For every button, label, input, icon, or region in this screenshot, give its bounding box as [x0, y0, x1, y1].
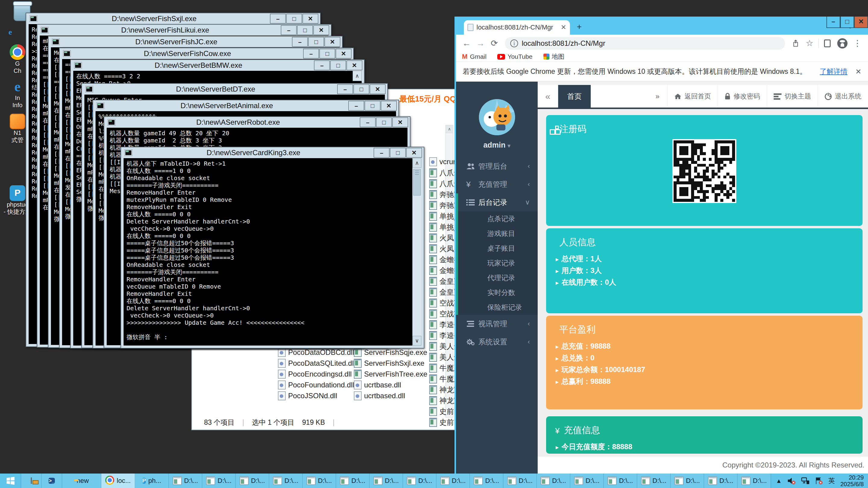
console-maximize-button[interactable]: □ — [353, 84, 369, 94]
console-maximize-button[interactable]: □ — [376, 118, 392, 127]
file-item[interactable]: PocoDataODBCd.dll — [278, 348, 354, 357]
taskbar-console-button-4[interactable]: D:\... — [303, 474, 336, 488]
split-view-icon[interactable] — [820, 36, 834, 50]
console-maximize-button[interactable]: □ — [286, 14, 302, 24]
console-close-button[interactable]: ✕ — [324, 37, 340, 47]
navbar-action-lock[interactable]: 修改密码 — [718, 85, 767, 107]
console-close-button[interactable]: ✕ — [303, 14, 318, 24]
sidebar-item-3[interactable]: 视讯管理 ‹ — [456, 315, 538, 333]
taskbar-chrome-button[interactable]: loc... — [101, 474, 135, 488]
file-item[interactable]: PocoJSONd.dll — [278, 391, 337, 400]
file-item[interactable]: ServerFishSxjl.exe — [354, 359, 424, 368]
taskbar-console-button-3[interactable]: D:\... — [269, 474, 303, 488]
taskbar-console-button-13[interactable]: D:\... — [604, 474, 637, 488]
ime-language-indicator[interactable]: 英 — [828, 476, 835, 485]
bookmark-star-icon[interactable]: ☆ — [803, 36, 816, 50]
minimize-button[interactable]: – — [827, 17, 840, 28]
console-maximize-button[interactable]: □ — [330, 61, 346, 70]
volume-muted-icon[interactable] — [787, 477, 796, 485]
tab-close-icon[interactable]: ✕ — [561, 24, 566, 31]
site-info-icon[interactable]: i — [510, 39, 518, 47]
start-button[interactable] — [0, 474, 21, 488]
submenu-item[interactable]: 桌子账目 — [456, 241, 538, 256]
taskbar-console-button-17[interactable]: D:\... — [738, 474, 771, 488]
console-title-bar[interactable]: D:\new\ServerCardKing3.exe–□✕ — [121, 147, 424, 158]
console-title-bar[interactable]: D:\new\ServerBetAnimal.exe–□✕ — [93, 100, 398, 111]
more-tabs-chevron[interactable]: » — [648, 85, 667, 107]
sidebar-item-2[interactable]: 后台记录 ∨ — [456, 193, 538, 212]
navbar-action-logout[interactable]: 退出系统 — [818, 85, 868, 107]
console-maximize-button[interactable]: □ — [390, 148, 406, 158]
taskbar-console-button-12[interactable]: D:\... — [570, 474, 604, 488]
console-title-bar[interactable]: D:\new\ServerFishSxjl.exe–□✕ — [26, 13, 320, 24]
console-close-button[interactable]: ✕ — [381, 101, 397, 110]
submenu-item[interactable]: 游戏账目 — [456, 226, 538, 241]
console-close-button[interactable]: ✕ — [370, 84, 385, 94]
console-close-button[interactable]: ✕ — [393, 118, 408, 127]
scroll-thumb[interactable] — [413, 169, 421, 195]
network-icon[interactable] — [801, 477, 809, 485]
file-item[interactable]: PocoFoundationd.dll — [278, 381, 354, 390]
bookmark-maps[interactable]: 地图 — [544, 53, 564, 61]
console-maximize-button[interactable]: □ — [308, 37, 324, 47]
navbar-action-theme[interactable]: 切换主题 — [767, 85, 818, 107]
bookmark-youtube[interactable]: YouTube — [497, 53, 532, 60]
submenu-item[interactable]: 保险柜记录 — [456, 300, 538, 315]
taskbar-phpstudy-button[interactable]: Pph... — [135, 474, 169, 488]
taskbar-console-button-14[interactable]: D:\... — [637, 474, 671, 488]
console-title-bar[interactable]: D:\new\ServerFishCow.exe–□✕ — [60, 48, 353, 59]
tray-expand-icon[interactable]: ▲ — [776, 478, 782, 484]
url-bar[interactable]: i localhost:8081/zh-CN/Mgr — [505, 37, 785, 50]
share-icon[interactable] — [789, 36, 803, 50]
tab-home[interactable]: 首页 — [558, 85, 591, 107]
console-maximize-button[interactable]: □ — [365, 101, 380, 110]
sidebar-item-4[interactable]: 系统设置 ‹ — [456, 333, 538, 351]
ie-mini-icon[interactable]: e — [4, 28, 16, 37]
file-item[interactable]: ucrtbase.dll — [354, 381, 401, 390]
console-title-bar[interactable]: D:\new\ServerBetBMW.exe–□✕ — [71, 60, 364, 71]
taskbar-powershell-button[interactable]: >_ — [41, 474, 62, 488]
console-minimize-button[interactable]: – — [281, 25, 297, 35]
console-title-bar[interactable]: D:\new\AServerRobot.exe–□✕ — [104, 117, 410, 128]
taskbar-console-button-9[interactable]: D:\... — [470, 474, 503, 488]
sidebar-item-1[interactable]: ¥ 充值管理 ‹ — [456, 175, 538, 193]
taskbar-console-button-5[interactable]: D:\... — [336, 474, 370, 488]
infobar-learn-more-link[interactable]: 了解详情 — [820, 67, 847, 76]
taskbar-console-button-11[interactable]: D:\... — [537, 474, 570, 488]
submenu-item[interactable]: 点杀记录 — [456, 212, 538, 226]
taskbar-console-button-15[interactable]: D:\... — [671, 474, 704, 488]
console-minimize-button[interactable]: – — [374, 148, 390, 158]
forward-icon[interactable]: → — [473, 36, 487, 50]
console-minimize-button[interactable]: – — [303, 49, 319, 59]
taskbar-clock[interactable]: 20:292025/6/8 — [840, 474, 864, 487]
taskbar-console-button-0[interactable]: D:\... — [169, 474, 202, 488]
console-close-button[interactable]: ✕ — [313, 25, 329, 35]
admin-user-menu[interactable]: admin ▾ — [456, 141, 538, 150]
console-maximize-button[interactable]: □ — [319, 49, 335, 59]
taskbar-console-button-16[interactable]: D:\... — [704, 474, 738, 488]
reload-icon[interactable]: ⟳ — [487, 36, 501, 50]
menu-dots-icon[interactable]: ⋮ — [850, 36, 864, 50]
user-avatar[interactable] — [479, 99, 515, 135]
taskbar-console-button-7[interactable]: D:\... — [403, 474, 436, 488]
action-center-flag-icon[interactable] — [815, 477, 823, 485]
file-item[interactable]: ServerFishSqje.exe — [354, 348, 427, 357]
submenu-item[interactable]: 实时分数 — [456, 285, 538, 300]
console-close-button[interactable]: ✕ — [347, 61, 362, 70]
console-minimize-button[interactable]: – — [348, 101, 364, 110]
maximize-button[interactable]: □ — [840, 17, 854, 28]
taskbar-console-button-1[interactable]: D:\... — [202, 474, 236, 488]
scroll-up-icon[interactable]: ∧ — [412, 158, 421, 168]
navbar-action-home[interactable]: 返回首页 — [667, 85, 718, 107]
file-item[interactable]: PocoDataSQLited.dll — [278, 359, 355, 368]
console-maximize-button[interactable]: □ — [297, 25, 313, 35]
profile-avatar-icon[interactable] — [837, 38, 847, 48]
taskbar-console-button-8[interactable]: D:\... — [436, 474, 470, 488]
console-title-bar[interactable]: D:\new\ServerBetDT.exe–□✕ — [82, 84, 387, 95]
console-title-bar[interactable]: D:\new\ServerFishLikui.exe–□✕ — [37, 25, 331, 36]
taskbar-console-button-6[interactable]: D:\... — [370, 474, 403, 488]
console-minimize-button[interactable]: – — [292, 37, 308, 47]
bookmark-gmail[interactable]: MGmail — [462, 53, 487, 61]
console-close-button[interactable]: ✕ — [406, 148, 422, 158]
new-tab-button[interactable]: + — [574, 22, 584, 32]
